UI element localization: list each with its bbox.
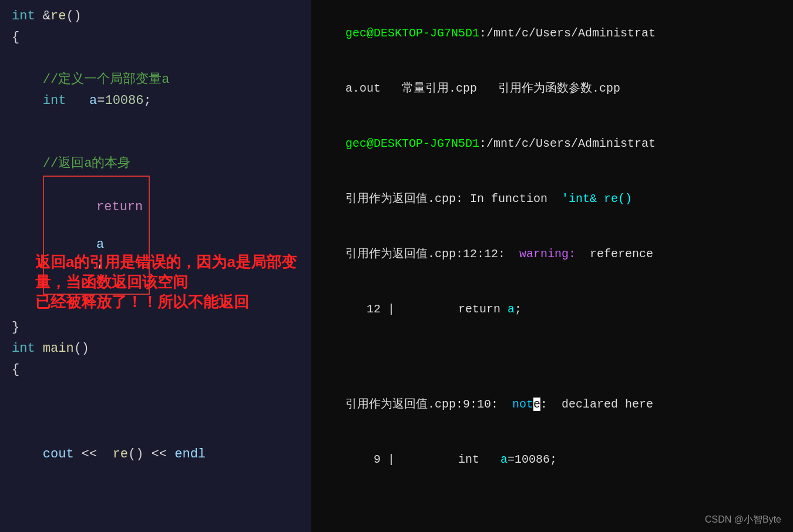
terminal-prompt-1: gec@DESKTOP-JG7N5D1:/mnt/c/Users/Adminis… [311, 6, 793, 61]
watermark: CSDN @小智Byte [705, 514, 781, 526]
terminal-ls-output: a.out 常量引用.cpp 引用作为函数参数.cpp [311, 61, 793, 116]
blank-10 [0, 507, 311, 528]
blank-5 [0, 381, 311, 402]
code-var-decl: int a = 10086 ; [0, 90, 311, 112]
code-main-sig: int main () [0, 338, 311, 359]
code-close-brace: } [0, 317, 311, 338]
term-blank-3 [311, 487, 793, 507]
annotation-error: 返回a的引用是错误的，因为a是局部变量，当函数返回该空间已经被释放了！！所以不能… [35, 252, 305, 312]
code-cout: cout << re () << endl [0, 444, 311, 465]
blank-9 [0, 486, 311, 507]
blank-line-2 [0, 111, 311, 132]
blank-6 [0, 402, 311, 423]
terminal-error-fn: 引用作为返回值.cpp: In function 'int& re() [311, 171, 793, 227]
terminal-note: 引用作为返回值.cpp:9:10: note: declared here [311, 377, 793, 432]
term-blank-2 [311, 357, 793, 377]
right-panel: gec@DESKTOP-JG7N5D1:/mnt/c/Users/Adminis… [311, 0, 793, 532]
comment-return-a: //返回a的本身 [0, 153, 311, 174]
terminal-code-9: 9 | int a=10086; [311, 432, 793, 487]
left-panel: int & re () { //定义一个局部变量a int a = 10086 … [0, 0, 311, 532]
terminal-code-12: 12 | return a; [311, 282, 793, 337]
blank-8 [0, 465, 311, 486]
code-main-open: { [0, 359, 311, 381]
blank-line-1 [0, 48, 311, 69]
blank-7 [0, 423, 311, 444]
blank-11 [0, 528, 311, 532]
code-open-brace: { [0, 27, 311, 48]
term-blank-1 [311, 337, 793, 357]
blank-line-3 [0, 132, 311, 153]
terminal-prompt-3: gec@DESKTOP-JG7N5D1:/mnt/c/Users/Adminis… [311, 527, 793, 532]
keyword-int: int [12, 7, 35, 26]
terminal-warning: 引用作为返回值.cpp:12:12: warning: reference [311, 227, 793, 282]
terminal-prompt-2: gec@DESKTOP-JG7N5D1:/mnt/c/Users/Adminis… [311, 116, 793, 171]
code-fn-sig: int & re () [0, 6, 311, 27]
comment-define-a: //定义一个局部变量a [0, 69, 311, 90]
